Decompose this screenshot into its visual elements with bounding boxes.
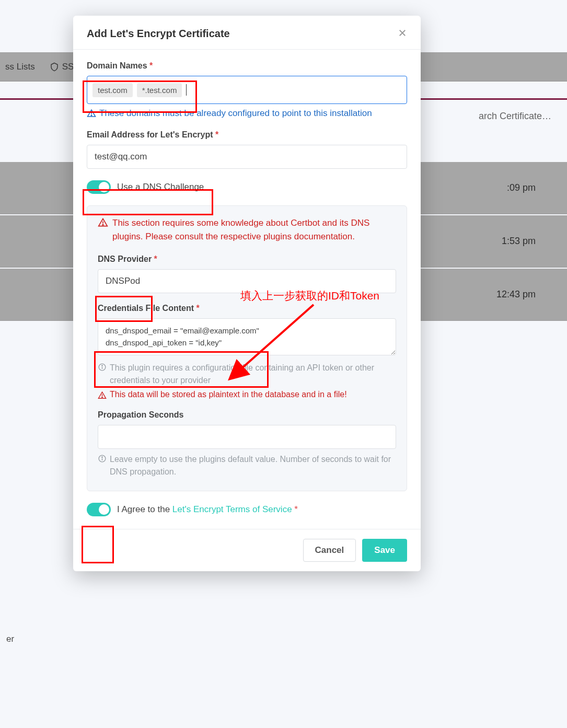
domain-tag[interactable]: test.com xyxy=(92,83,133,97)
dns-section-warning: This section requires some knowledge abo… xyxy=(98,216,396,243)
cancel-button[interactable]: Cancel xyxy=(303,539,356,562)
bg-row-time: 12:43 pm xyxy=(496,289,536,300)
svg-point-3 xyxy=(102,224,103,225)
domain-hint-text: These domains must be already configured… xyxy=(99,108,372,119)
modal-footer: Cancel Save xyxy=(73,529,421,571)
email-label: Email Address for Let's Encrypt * xyxy=(87,130,407,140)
agree-group: I Agree to the Let's Encrypt Terms of Se… xyxy=(87,503,407,516)
agree-prefix: I Agree to the xyxy=(117,504,172,514)
close-icon xyxy=(398,28,407,38)
tos-link[interactable]: Let's Encrypt Terms of Service xyxy=(172,504,292,514)
dns-challenge-section: This section requires some knowledge abo… xyxy=(87,205,407,491)
warning-icon xyxy=(98,217,108,228)
modal-header: Add Let's Encrypt Certificate xyxy=(73,16,421,50)
dns-provider-group: DNS Provider * xyxy=(98,255,396,293)
bg-tab-lists: ss Lists xyxy=(5,62,35,72)
dns-challenge-toggle[interactable] xyxy=(87,180,111,194)
propagation-label: Propagation Seconds xyxy=(98,410,396,420)
propagation-group: Propagation Seconds Leave empty to use t… xyxy=(98,410,396,478)
dns-challenge-label: Use a DNS Challenge xyxy=(117,182,204,192)
email-label-text: Email Address for Let's Encrypt xyxy=(87,130,213,139)
domain-names-input[interactable]: test.com *.test.com xyxy=(87,76,407,104)
credentials-group: Credentials File Content * This plugin r… xyxy=(98,304,396,400)
warning-icon xyxy=(87,109,96,118)
svg-point-1 xyxy=(91,115,92,116)
bg-row-time: :09 pm xyxy=(507,182,536,193)
required-mark: * xyxy=(149,61,153,70)
credentials-warning-text: This data will be stored as plaintext in… xyxy=(110,390,347,400)
propagation-label-text: Propagation Seconds xyxy=(98,410,183,419)
text-cursor xyxy=(186,84,187,96)
svg-point-6 xyxy=(102,365,102,366)
bg-tab-ssl: SSl xyxy=(50,62,76,72)
annotation-text: 填入上一步获取的ID和Token xyxy=(240,288,379,303)
bg-row-time: 1:53 pm xyxy=(502,236,536,247)
credentials-label-text: Credentials File Content xyxy=(98,304,194,313)
required-mark: * xyxy=(215,130,218,139)
credentials-info-text: This plugin requires a configuration fil… xyxy=(110,362,396,387)
propagation-info-text: Leave empty to use the plugins default v… xyxy=(110,453,396,478)
domain-hint: These domains must be already configured… xyxy=(87,108,407,119)
dns-challenge-toggle-row: Use a DNS Challenge xyxy=(87,180,407,194)
dns-provider-label: DNS Provider * xyxy=(98,255,396,264)
save-button[interactable]: Save xyxy=(362,539,407,562)
credentials-warning: This data will be stored as plaintext in… xyxy=(98,390,396,400)
dns-provider-label-text: DNS Provider xyxy=(98,255,152,263)
domain-names-group: Domain Names * test.com *.test.com These… xyxy=(87,61,407,119)
email-input[interactable] xyxy=(87,145,407,169)
warning-icon xyxy=(98,391,107,400)
email-group: Email Address for Let's Encrypt * xyxy=(87,130,407,169)
propagation-info: Leave empty to use the plugins default v… xyxy=(98,453,396,478)
toggle-knob xyxy=(99,182,109,192)
credentials-info: This plugin requires a configuration fil… xyxy=(98,362,396,387)
agree-toggle[interactable] xyxy=(87,503,111,516)
svg-point-8 xyxy=(102,397,102,397)
required-mark: * xyxy=(154,255,157,263)
propagation-input[interactable] xyxy=(98,425,396,449)
domain-names-label: Domain Names * xyxy=(87,61,407,71)
bg-footer: er xyxy=(6,634,14,644)
credentials-textarea[interactable] xyxy=(98,318,396,355)
required-mark: * xyxy=(196,304,199,313)
dns-section-warning-text: This section requires some knowledge abo… xyxy=(112,216,396,243)
shield-icon xyxy=(50,62,59,72)
required-mark: * xyxy=(294,504,298,514)
domain-tag[interactable]: *.test.com xyxy=(137,83,182,97)
close-button[interactable] xyxy=(398,27,407,40)
toggle-knob xyxy=(99,504,109,515)
svg-point-11 xyxy=(102,457,102,457)
credentials-label: Credentials File Content * xyxy=(98,304,396,313)
agree-text: I Agree to the Let's Encrypt Terms of Se… xyxy=(117,504,298,515)
modal-title: Add Let's Encrypt Certificate xyxy=(87,28,230,40)
dns-challenge-toggle-group: Use a DNS Challenge xyxy=(87,180,407,194)
info-icon xyxy=(98,363,107,372)
agree-toggle-row: I Agree to the Let's Encrypt Terms of Se… xyxy=(87,503,407,516)
info-icon xyxy=(98,454,107,463)
domain-names-label-text: Domain Names xyxy=(87,61,147,70)
bg-search-placeholder: arch Certificate… xyxy=(479,111,551,122)
